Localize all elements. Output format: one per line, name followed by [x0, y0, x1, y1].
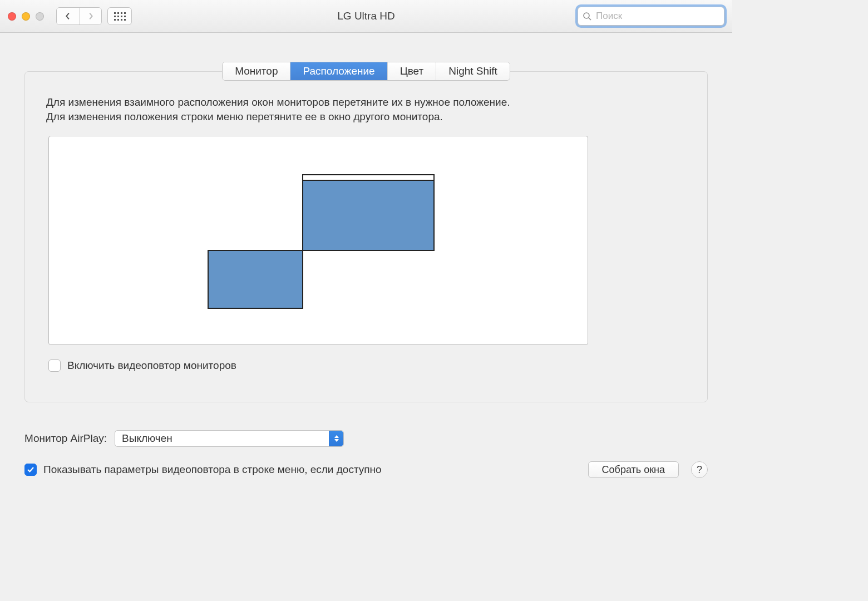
traffic-lights [8, 12, 44, 21]
instructions: Для изменения взаимного расположения око… [46, 95, 686, 124]
nav-back-forward [56, 7, 102, 25]
svg-line-1 [589, 18, 591, 20]
help-button[interactable]: ? [691, 461, 708, 478]
menu-bar-indicator[interactable] [303, 175, 433, 181]
preferences-window: LG Ultra HD Монитор Расположение Цвет Ni… [0, 0, 732, 507]
check-icon [27, 466, 34, 474]
select-stepper-icon [329, 431, 343, 446]
tab-arrangement[interactable]: Расположение [290, 62, 387, 80]
airplay-label: Монитор AirPlay: [24, 432, 107, 445]
back-button[interactable] [57, 8, 79, 24]
mirror-label: Включить видеоповтор мониторов [67, 359, 236, 372]
display-arrangement-area[interactable] [48, 136, 588, 345]
chevron-left-icon [65, 12, 71, 21]
chevron-right-icon [87, 12, 94, 21]
footer-row: Показывать параметры видеоповтора в стро… [24, 461, 708, 478]
tab-color[interactable]: Цвет [387, 62, 436, 80]
mirror-checkbox[interactable] [48, 359, 61, 372]
forward-button[interactable] [79, 8, 101, 24]
airplay-select[interactable]: Выключен [115, 430, 344, 447]
mirror-row: Включить видеоповтор мониторов [48, 359, 686, 372]
search-wrap [578, 7, 724, 26]
tab-monitor[interactable]: Монитор [223, 62, 290, 80]
instructions-line-2: Для изменения положения строки меню пере… [46, 110, 686, 124]
display-secondary[interactable] [208, 250, 303, 309]
show-mirror-menubar-label: Показывать параметры видеоповтора в стро… [43, 464, 382, 476]
airplay-value: Выключен [122, 432, 172, 445]
tab-nightshift[interactable]: Night Shift [436, 62, 510, 80]
minimize-button[interactable] [22, 12, 30, 21]
display-primary[interactable] [302, 174, 435, 251]
search-icon [583, 12, 591, 21]
svg-point-0 [584, 13, 589, 18]
airplay-row: Монитор AirPlay: Выключен [24, 430, 708, 447]
zoom-button[interactable] [36, 12, 44, 21]
search-input[interactable] [578, 7, 724, 26]
titlebar: LG Ultra HD [0, 0, 732, 33]
instructions-line-1: Для изменения взаимного расположения око… [46, 95, 686, 110]
window-title: LG Ultra HD [337, 10, 394, 22]
tablist: Монитор Расположение Цвет Night Shift [222, 62, 510, 81]
grid-icon [114, 12, 126, 21]
close-button[interactable] [8, 12, 16, 21]
show-all-button[interactable] [107, 7, 132, 25]
show-mirror-menubar-checkbox[interactable] [24, 464, 37, 476]
gather-windows-button[interactable]: Собрать окна [588, 461, 679, 478]
arrangement-panel: Для изменения взаимного расположения око… [24, 71, 708, 402]
content: Монитор Расположение Цвет Night Shift Дл… [0, 33, 732, 507]
